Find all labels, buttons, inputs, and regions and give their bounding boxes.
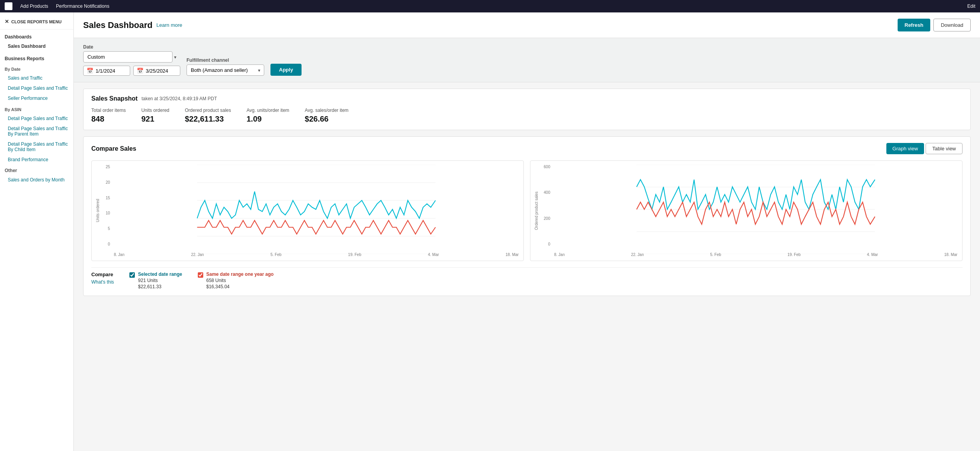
sales-snapshot-section: Sales Snapshot taken at 3/25/2024, 8:49:… [83, 89, 971, 130]
date-filter-group: Date Custom 📅 📅 [83, 44, 180, 76]
sales-chart-svg [553, 165, 958, 254]
snapshot-metrics: Total order items 848 Units ordered 921 … [91, 108, 963, 124]
fulfillment-filter-group: Fulfillment channel Both (Amazon and sel… [187, 57, 264, 76]
units-ordered-y-label: Units ordered [96, 199, 100, 222]
date-inputs: 📅 📅 [83, 66, 180, 76]
metric-avg-units-order-item: Avg. units/order item 1.09 [246, 108, 289, 124]
metric-total-order-items: Total order items 848 [91, 108, 126, 124]
sidebar-item-sales-and-traffic[interactable]: Sales and Traffic [0, 73, 73, 83]
page-header: Sales Dashboard Learn more Refresh Downl… [74, 12, 980, 38]
sidebar-item-detail-page-child[interactable]: Detail Page Sales and Traffic By Child I… [0, 139, 73, 155]
year-ago-title: Same date range one year ago [206, 272, 274, 277]
year-ago-sales: $16,345.04 [206, 284, 274, 289]
table-view-button[interactable]: Table view [926, 143, 963, 154]
compare-sales-section: Compare Sales Graph view Table view Unit… [83, 136, 971, 296]
legend-item-selected: Selected date range 921 Units $22,611.33 [129, 272, 182, 289]
compare-header: Compare Sales Graph view Table view [91, 143, 963, 154]
refresh-button[interactable]: Refresh [898, 19, 930, 31]
download-button[interactable]: Download [933, 19, 971, 31]
metric-ordered-product-sales: Ordered product sales $22,611.33 [185, 108, 231, 124]
date-to-input[interactable] [146, 68, 177, 74]
date-from-input[interactable] [96, 68, 127, 74]
add-products-link[interactable]: Add Products [20, 3, 48, 9]
sales-chart-inner: Ordered product sales 600 400 200 0 [534, 165, 958, 257]
amazon-logo [5, 2, 12, 10]
snapshot-title: Sales Snapshot [91, 95, 138, 102]
close-reports-menu-label: CLOSE REPORTS MENU [11, 19, 62, 24]
filter-bar: Date Custom 📅 📅 [74, 38, 980, 82]
snapshot-time: taken at 3/25/2024, 8:49:19 AM PDT [141, 96, 217, 101]
sidebar-other-header: Other [0, 165, 73, 175]
metric-avg-sales-order-item: Avg. sales/order item $26.66 [305, 108, 349, 124]
sidebar-by-asin-header: By ASIN [0, 103, 73, 113]
date-to-wrapper: 📅 [133, 66, 180, 76]
selected-range-title: Selected date range [138, 272, 182, 277]
date-select-wrapper: Custom [83, 51, 180, 63]
apply-button[interactable]: Apply [270, 64, 302, 76]
sidebar-item-seller-performance[interactable]: Seller Performance [0, 93, 73, 103]
date-from-wrapper: 📅 [83, 66, 130, 76]
selected-range-sales: $22,611.33 [138, 284, 182, 289]
date-filter-label: Date [83, 44, 180, 50]
selected-range-units: 921 Units [138, 278, 182, 283]
whats-this-link[interactable]: What's this [91, 279, 114, 285]
page-title: Sales Dashboard [83, 20, 153, 30]
units-chart-area: 25 20 15 10 5 0 [104, 165, 520, 257]
sidebar: ✕ CLOSE REPORTS MENU Dashboards Sales Da… [0, 12, 74, 451]
main-layout: ✕ CLOSE REPORTS MENU Dashboards Sales Da… [0, 12, 980, 451]
sidebar-business-reports-header[interactable]: Business Reports [0, 51, 73, 63]
year-ago-text: Same date range one year ago 658 Units $… [206, 272, 274, 289]
calendar-from-icon: 📅 [87, 68, 93, 74]
year-ago-units: 658 Units [206, 278, 274, 283]
sidebar-item-sales-dashboard[interactable]: Sales Dashboard [0, 41, 73, 51]
product-sales-chart: Ordered product sales 600 400 200 0 [530, 160, 963, 261]
close-reports-menu-button[interactable]: ✕ CLOSE REPORTS MENU [0, 12, 73, 30]
units-chart-svg [113, 165, 520, 254]
header-actions: Refresh Download [898, 19, 971, 31]
fulfillment-filter-label: Fulfillment channel [187, 57, 264, 63]
top-nav: Add Products Performance Notifications E… [0, 0, 980, 12]
performance-notifications-link[interactable]: Performance Notifications [56, 3, 109, 9]
view-toggle: Graph view Table view [886, 143, 963, 154]
calendar-to-icon: 📅 [137, 68, 143, 74]
snapshot-header: Sales Snapshot taken at 3/25/2024, 8:49:… [91, 95, 963, 102]
charts-container: Units ordered 25 20 15 10 5 [91, 160, 963, 261]
page-title-area: Sales Dashboard Learn more [83, 20, 182, 30]
content-area: Sales Snapshot taken at 3/25/2024, 8:49:… [74, 82, 980, 302]
sidebar-item-sales-orders-month[interactable]: Sales and Orders by Month [0, 175, 73, 185]
main-content: Sales Dashboard Learn more Refresh Downl… [74, 12, 980, 451]
sidebar-by-date-header: By Date [0, 63, 73, 73]
selected-range-text: Selected date range 921 Units $22,611.33 [138, 272, 182, 289]
sidebar-item-detail-page-sales-traffic[interactable]: Detail Page Sales and Traffic [0, 83, 73, 93]
fulfillment-select-wrapper: Both (Amazon and seller) [187, 64, 264, 76]
sidebar-dashboards-header: Dashboards [0, 30, 73, 41]
units-ordered-chart: Units ordered 25 20 15 10 5 [91, 160, 524, 261]
sales-chart-area: 600 400 200 0 [542, 165, 958, 257]
compare-sales-title: Compare Sales [91, 145, 136, 152]
date-select[interactable]: Custom [83, 51, 173, 63]
sidebar-item-detail-page-parent[interactable]: Detail Page Sales and Traffic By Parent … [0, 124, 73, 139]
fulfillment-select[interactable]: Both (Amazon and seller) [187, 64, 264, 76]
edit-label[interactable]: Edit [967, 3, 975, 9]
compare-legend: Compare What's this Selected date range … [91, 267, 963, 289]
learn-more-link[interactable]: Learn more [157, 22, 182, 28]
compare-label: Compare [91, 272, 114, 277]
graph-view-button[interactable]: Graph view [886, 143, 924, 154]
close-icon: ✕ [5, 19, 9, 24]
metric-units-ordered: Units ordered 921 [141, 108, 169, 124]
compare-label-group: Compare What's this [91, 272, 114, 285]
product-sales-y-label: Ordered product sales [534, 192, 539, 230]
sidebar-item-brand-performance[interactable]: Brand Performance [0, 155, 73, 165]
year-ago-checkbox[interactable] [198, 272, 203, 278]
units-chart-inner: Units ordered 25 20 15 10 5 [96, 165, 520, 257]
legend-item-year-ago: Same date range one year ago 658 Units $… [198, 272, 274, 289]
selected-range-checkbox[interactable] [129, 272, 135, 278]
sidebar-item-detail-page-asin[interactable]: Detail Page Sales and Traffic [0, 113, 73, 124]
